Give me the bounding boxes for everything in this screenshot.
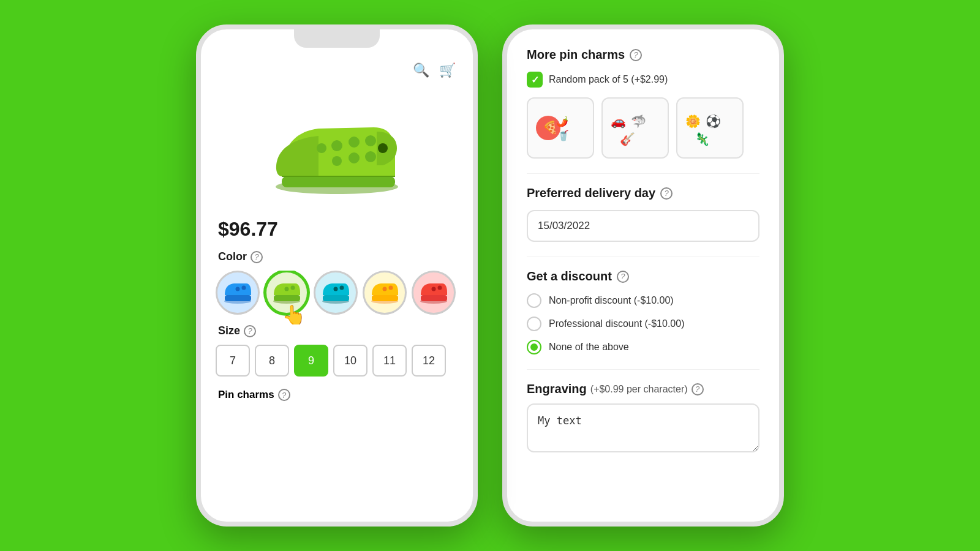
- svg-text:🌶️: 🌶️: [556, 116, 568, 127]
- radio-professional-label: Professional discount (-$10.00): [549, 318, 684, 329]
- swatch-wrapper-yellow: [363, 271, 407, 315]
- swatch-wrapper-cyan: [314, 271, 358, 315]
- cart-icon[interactable]: 🛒: [439, 62, 456, 78]
- svg-rect-23: [372, 295, 398, 301]
- radio-none[interactable]: None of the above: [527, 340, 760, 354]
- color-help-icon[interactable]: ?: [251, 251, 263, 263]
- discount-radio-group: Non-profit discount (-$10.00) Profession…: [527, 293, 760, 354]
- svg-point-7: [365, 151, 376, 162]
- charm-card-food[interactable]: 🍕 🌶️ 🥤: [527, 97, 594, 159]
- product-image-area: [213, 86, 461, 208]
- svg-rect-11: [225, 295, 251, 301]
- radio-nonprofit-circle[interactable]: [527, 293, 541, 308]
- size-help-icon[interactable]: ?: [244, 325, 256, 337]
- svg-point-4: [365, 135, 376, 146]
- svg-rect-19: [323, 295, 349, 301]
- more-pin-charms-title-text: More pin charms: [527, 48, 625, 62]
- svg-text:🎸: 🎸: [620, 132, 635, 146]
- discount-help-icon[interactable]: ?: [617, 271, 629, 283]
- radio-nonprofit[interactable]: Non-profit discount (-$10.00): [527, 293, 760, 308]
- color-section-label: Color ?: [213, 250, 461, 263]
- phone-top-bar: 🔍 🛒: [213, 60, 461, 86]
- svg-point-29: [438, 286, 442, 290]
- svg-text:🚗: 🚗: [611, 114, 626, 129]
- pin-charms-help-icon[interactable]: ?: [278, 389, 290, 401]
- divider-2: [527, 257, 760, 257]
- more-pin-charms-title: More pin charms ?: [527, 48, 760, 62]
- delivery-day-title: Preferred delivery day ?: [527, 186, 760, 200]
- svg-point-21: [340, 286, 344, 290]
- discount-title-text: Get a discount: [527, 269, 612, 283]
- color-swatches-container: 👆: [213, 271, 461, 324]
- product-price: $96.77: [213, 218, 461, 241]
- random-pack-label: Random pack of 5 (+$2.99): [549, 74, 668, 85]
- size-btn-9[interactable]: 9: [294, 345, 328, 377]
- color-swatch-red[interactable]: [412, 271, 456, 315]
- phone-notch: [294, 29, 380, 48]
- size-btn-12[interactable]: 12: [412, 345, 446, 377]
- svg-point-13: [242, 286, 246, 290]
- svg-text:🥤: 🥤: [557, 130, 570, 141]
- svg-point-6: [349, 152, 360, 163]
- croc-shoe-image: [263, 98, 410, 196]
- delivery-day-title-text: Preferred delivery day: [527, 186, 655, 200]
- svg-point-17: [291, 286, 295, 290]
- color-swatch-green[interactable]: [265, 271, 309, 315]
- search-icon[interactable]: 🔍: [413, 62, 429, 78]
- charm-card-vehicles[interactable]: 🚗 🦈 🎸: [601, 97, 669, 159]
- engraving-section-title: Engraving (+$0.99 per character) ?: [527, 382, 760, 396]
- svg-point-20: [334, 287, 338, 291]
- divider-3: [527, 369, 760, 370]
- size-grid-container: 7 8 9 10 11 12: [213, 345, 461, 386]
- charm-card-misc[interactable]: 🌼 ⚽ 🦎: [676, 97, 744, 159]
- svg-text:🦎: 🦎: [695, 132, 710, 146]
- svg-point-9: [378, 143, 388, 153]
- swatch-wrapper-green: 👆: [265, 271, 309, 315]
- color-label-text: Color: [218, 250, 247, 263]
- charm-food-image: 🍕 🌶️ 🥤: [533, 103, 588, 152]
- pin-charms-label: Pin charms: [218, 389, 274, 401]
- color-swatch-cyan[interactable]: [314, 271, 358, 315]
- size-label-text: Size: [218, 324, 240, 337]
- engraving-subtitle: (+$0.99 per character): [590, 384, 688, 395]
- size-btn-8[interactable]: 8: [255, 345, 289, 377]
- radio-professional-circle[interactable]: [527, 317, 541, 331]
- radio-none-label: None of the above: [549, 342, 629, 353]
- delivery-day-help-icon[interactable]: ?: [660, 187, 673, 200]
- svg-rect-1: [282, 176, 395, 187]
- engraving-help-icon[interactable]: ?: [692, 383, 704, 395]
- charm-misc-image: 🌼 ⚽ 🦎: [682, 103, 737, 152]
- size-btn-7[interactable]: 7: [216, 345, 250, 377]
- radio-nonprofit-label: Non-profit discount (-$10.00): [549, 295, 674, 306]
- swatch-wrapper-red: [412, 271, 456, 315]
- right-panel: More pin charms ? Random pack of 5 (+$2.…: [502, 24, 784, 527]
- svg-point-12: [236, 287, 240, 291]
- svg-point-16: [285, 287, 289, 291]
- random-pack-checkbox-row[interactable]: Random pack of 5 (+$2.99): [527, 72, 760, 88]
- size-btn-11[interactable]: 11: [372, 345, 407, 377]
- radio-professional[interactable]: Professional discount (-$10.00): [527, 317, 760, 331]
- left-phone: 🔍 🛒: [196, 24, 478, 527]
- swatch-wrapper-blue: [216, 271, 260, 315]
- engraving-text-input[interactable]: My text: [527, 403, 760, 452]
- radio-none-circle[interactable]: [527, 340, 541, 354]
- random-pack-checkbox[interactable]: [527, 72, 543, 88]
- svg-point-24: [383, 287, 387, 291]
- svg-point-3: [349, 137, 360, 148]
- svg-point-8: [332, 156, 342, 166]
- size-btn-10[interactable]: 10: [333, 345, 368, 377]
- svg-rect-27: [421, 295, 447, 301]
- svg-text:⚽: ⚽: [706, 114, 721, 129]
- svg-text:🦈: 🦈: [631, 114, 646, 129]
- color-swatch-blue[interactable]: [216, 271, 260, 315]
- svg-point-2: [331, 140, 342, 151]
- more-pin-charms-help-icon[interactable]: ?: [630, 49, 642, 61]
- svg-point-28: [432, 287, 436, 291]
- engraving-title-bold: Engraving: [527, 382, 587, 396]
- delivery-date-input[interactable]: [527, 210, 760, 242]
- color-swatch-yellow[interactable]: [363, 271, 407, 315]
- svg-rect-15: [274, 295, 300, 301]
- charm-vehicles-image: 🚗 🦈 🎸: [608, 103, 663, 152]
- pin-charms-section: Pin charms ?: [213, 389, 461, 401]
- svg-point-25: [389, 286, 393, 290]
